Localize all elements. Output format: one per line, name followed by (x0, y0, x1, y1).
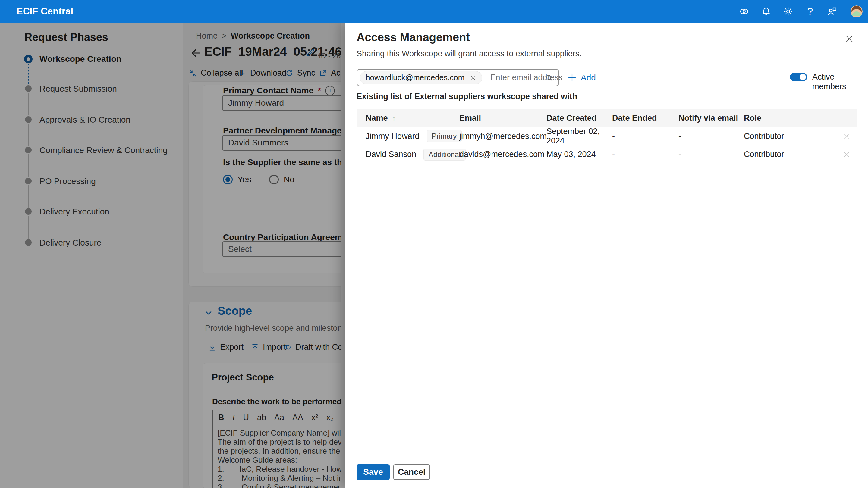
remove-member-icon[interactable] (836, 150, 857, 159)
sort-ascending-icon[interactable]: ↑ (392, 113, 396, 123)
settings-icon[interactable] (783, 6, 794, 17)
active-members-label: Active members (812, 72, 868, 91)
member-notify: - (678, 150, 744, 159)
app-root: ECIF Central ? (0, 0, 868, 488)
notifications-icon[interactable] (761, 6, 772, 17)
member-notify: - (678, 132, 744, 141)
topbar-icons: ? (739, 0, 863, 23)
member-date-created: September 02, 2024 (547, 127, 612, 145)
close-icon[interactable] (843, 32, 856, 45)
existing-list-label: Existing list of External suppliers work… (356, 92, 577, 101)
access-management-panel: Access Management Sharing this Workscope… (345, 23, 868, 488)
app-title: ECIF Central (17, 6, 73, 17)
panel-subtitle: Sharing this Workscope will grant access… (356, 49, 582, 59)
toggle-knob (800, 74, 806, 80)
table-row: Jimmy Howard Primary jimmyh@mercedes.com… (357, 127, 857, 145)
feedback-icon[interactable] (827, 6, 838, 17)
add-button[interactable]: Add (567, 70, 596, 85)
save-button[interactable]: Save (356, 464, 390, 480)
member-badge: Primary (427, 130, 462, 142)
add-label: Add (581, 73, 596, 83)
active-members-toggle[interactable] (790, 73, 807, 82)
member-name: David Sanson (366, 150, 416, 159)
remove-member-icon[interactable] (836, 132, 857, 141)
member-name: Jimmy Howard (366, 132, 420, 141)
member-role: Contributor (744, 150, 836, 159)
plus-icon (567, 73, 577, 83)
suppliers-table: Name↑ Email Date Created Date Ended Noti… (356, 109, 858, 335)
email-chip-text: howardluck@mercedes.com (366, 73, 464, 82)
member-date-ended: - (612, 132, 678, 141)
top-app-bar: ECIF Central ? (0, 0, 868, 23)
table-row: David Sanson Additional davids@mercedes.… (357, 145, 857, 164)
member-role: Contributor (744, 132, 836, 141)
col-role: Role (744, 113, 836, 123)
copilot-icon[interactable] (739, 6, 749, 17)
member-date-created: May 03, 2024 (547, 150, 612, 159)
cancel-button[interactable]: Cancel (393, 464, 430, 480)
member-date-ended: - (612, 150, 678, 159)
panel-title: Access Management (356, 31, 470, 44)
remove-chip-icon[interactable] (469, 74, 476, 82)
email-input[interactable]: howardluck@mercedes.com Enter email addr… (356, 69, 559, 86)
col-name-label: Name (366, 113, 388, 123)
search-icon[interactable] (545, 74, 554, 84)
member-email: jimmyh@mercedes.com (459, 132, 547, 141)
col-email: Email (459, 113, 547, 123)
table-header-row: Name↑ Email Date Created Date Ended Noti… (357, 109, 857, 127)
col-date-created: Date Created (547, 113, 612, 123)
email-chip: howardluck@mercedes.com (360, 71, 482, 84)
member-email: davids@mercedes.com (459, 150, 547, 159)
help-icon[interactable]: ? (805, 6, 815, 17)
col-name[interactable]: Name↑ (366, 113, 459, 123)
col-date-ended: Date Ended (612, 113, 678, 123)
col-notify: Notify via email (678, 113, 744, 123)
user-avatar[interactable] (850, 5, 863, 18)
